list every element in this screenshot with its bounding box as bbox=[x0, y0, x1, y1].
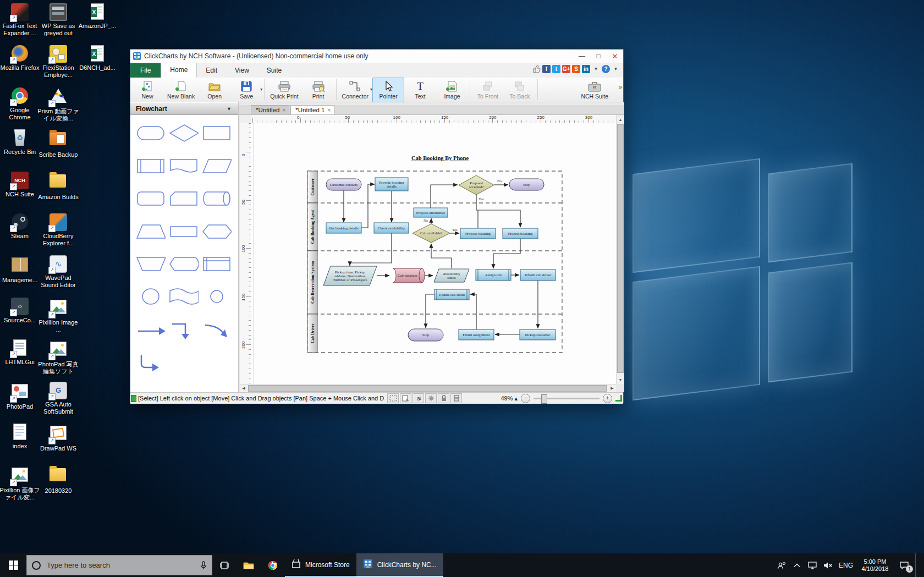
flowchart-node[interactable]: Check availability bbox=[374, 223, 409, 233]
flowchart-node[interactable]: Process booking bbox=[503, 228, 538, 239]
chevron-down-icon[interactable]: ▾ bbox=[592, 65, 600, 73]
zoom-slider[interactable] bbox=[534, 398, 600, 399]
facebook-icon[interactable]: f bbox=[542, 65, 551, 73]
file-explorer-button[interactable] bbox=[237, 553, 261, 577]
show-desktop-button[interactable] bbox=[915, 553, 919, 577]
shapes-panel-header[interactable]: Flowchart ▼ bbox=[130, 103, 238, 115]
marquee-select-icon[interactable] bbox=[387, 393, 399, 403]
vertical-scrollbar[interactable]: ▲ ▼ bbox=[616, 116, 624, 384]
desktop-icon[interactable]: ↗Pixillion 画像ファイル変... bbox=[0, 465, 41, 501]
desktop-icon[interactable]: ↗PhotoPad bbox=[0, 382, 41, 410]
desktop-icon[interactable]: XAmazonJP_... bbox=[76, 3, 118, 30]
quick-print-button[interactable]: Quick Print bbox=[266, 78, 302, 102]
flowchart-node[interactable]: Pickup time, Pickupaddress, Destination,… bbox=[323, 266, 377, 285]
text-button[interactable]: TText bbox=[404, 78, 436, 102]
flowchart-node[interactable]: Update cab status bbox=[435, 289, 469, 300]
new-button[interactable]: New bbox=[131, 78, 163, 102]
taskbar-clock[interactable]: 5:00 PM 4/10/2018 bbox=[857, 558, 893, 573]
connector[interactable] bbox=[493, 239, 520, 268]
shape-framed-rect[interactable] bbox=[202, 255, 232, 273]
zoom-level[interactable]: 49% bbox=[501, 395, 513, 402]
maximize-button[interactable]: □ bbox=[590, 50, 607, 63]
tray-chevron-up-icon[interactable] bbox=[790, 553, 804, 577]
menu-tab-view[interactable]: View bbox=[226, 64, 258, 78]
desktop-icon[interactable]: G↗GSA Auto SoftSubmit bbox=[37, 382, 79, 415]
flowchart-node[interactable]: Cab available? bbox=[413, 224, 450, 243]
stumbleupon-icon[interactable]: S bbox=[572, 65, 580, 73]
desktop-icon[interactable]: Amazon Builds bbox=[37, 172, 79, 201]
desktop-icon[interactable]: NCH↗NCH Suite bbox=[0, 172, 41, 198]
layout-icon[interactable] bbox=[450, 393, 462, 403]
desktop-icon[interactable]: ↗Mozilla Firefox bbox=[0, 45, 41, 72]
shape-arrow-elbow-down[interactable] bbox=[136, 355, 166, 373]
close-button[interactable]: ✕ bbox=[607, 50, 623, 63]
chevron-down-icon[interactable]: ▾ bbox=[260, 87, 262, 92]
shape-trapezoid-inv[interactable] bbox=[136, 255, 166, 273]
shape-arrow-curve[interactable] bbox=[202, 322, 232, 340]
help-icon[interactable]: ? bbox=[602, 65, 610, 73]
minimize-button[interactable]: — bbox=[574, 50, 590, 63]
connector[interactable] bbox=[361, 184, 375, 228]
connector[interactable] bbox=[470, 294, 476, 329]
search-input[interactable] bbox=[46, 560, 195, 570]
desktop-icon[interactable]: ↗Pixillion Image ... bbox=[37, 298, 79, 333]
tab-close-icon[interactable]: × bbox=[282, 107, 285, 113]
desktop-icon[interactable]: XD6NCH_ad... bbox=[76, 45, 118, 72]
desktop-icon[interactable]: ♻Recycle Bin bbox=[0, 129, 41, 156]
shape-parallelogram[interactable] bbox=[202, 157, 232, 175]
scroll-up-arrow[interactable]: ▲ bbox=[617, 116, 624, 124]
flowchart-node[interactable]: Customer contacts bbox=[326, 179, 361, 190]
desktop-icon[interactable]: ↗Prism 動画ファイル変換... bbox=[37, 87, 79, 122]
text-tool-icon[interactable]: a bbox=[413, 393, 424, 403]
pointer-button[interactable]: Pointer bbox=[372, 78, 404, 102]
flowchart-node[interactable]: Cab database bbox=[393, 268, 425, 283]
shape-ellipse[interactable] bbox=[136, 287, 166, 306]
shape-flag[interactable] bbox=[169, 287, 199, 306]
connector-button[interactable]: Connector▾ bbox=[338, 78, 372, 102]
shape-display[interactable] bbox=[169, 255, 199, 273]
taskbar-button-clickcharts[interactable]: ClickCharts by NC... bbox=[356, 553, 443, 577]
open-button[interactable]: Open bbox=[199, 78, 230, 102]
shape-rounded[interactable] bbox=[136, 189, 166, 208]
document-tab[interactable]: *Untitled× bbox=[251, 105, 289, 114]
nch-suite-button[interactable]: NCH Suite bbox=[577, 78, 612, 102]
desktop-icon[interactable]: WP Save as greyed out bbox=[37, 3, 79, 37]
shape-arrow-elbow[interactable] bbox=[169, 322, 199, 340]
desktop-icon[interactable]: Scribe Backup bbox=[37, 129, 79, 158]
linkedin-icon[interactable]: in bbox=[582, 65, 590, 73]
shape-arrow-straight[interactable] bbox=[136, 322, 166, 340]
save-button[interactable]: Save▾ bbox=[230, 78, 262, 102]
menu-tab-edit[interactable]: Edit bbox=[197, 64, 226, 78]
flowchart-node[interactable]: Availabilitystatus bbox=[434, 269, 469, 282]
desktop-icon[interactable]: ↗Google Chrome bbox=[0, 87, 41, 121]
flowchart-node[interactable]: Pickup customer bbox=[520, 329, 556, 340]
shape-trapezoid[interactable] bbox=[136, 222, 166, 241]
menu-tab-home[interactable]: Home bbox=[161, 63, 197, 78]
zoom-slider-thumb[interactable] bbox=[541, 394, 547, 404]
language-indicator[interactable]: ENG bbox=[836, 553, 856, 577]
flowchart-node[interactable]: Propose booking bbox=[460, 228, 496, 239]
desktop-icon[interactable]: ↗Steam bbox=[0, 213, 41, 240]
desktop-icon[interactable]: ↗FastFox Text Expander ... bbox=[0, 3, 41, 37]
shape-hexagon[interactable] bbox=[202, 222, 232, 241]
start-button[interactable] bbox=[0, 553, 26, 577]
zoom-out-button[interactable]: − bbox=[521, 394, 530, 403]
print-button[interactable]: Print bbox=[302, 78, 334, 102]
taskbar-button-store[interactable]: Microsoft Store bbox=[285, 553, 356, 577]
titlebar[interactable]: ClickCharts by NCH Software - (Unlicense… bbox=[130, 50, 623, 63]
connector[interactable] bbox=[350, 233, 392, 266]
flowchart-node[interactable]: Get booking details bbox=[326, 223, 361, 233]
scroll-down-arrow[interactable]: ▼ bbox=[617, 376, 624, 384]
chevron-down-icon[interactable]: ▾ bbox=[612, 65, 620, 73]
people-icon[interactable] bbox=[774, 553, 789, 577]
zoom-caret-icon[interactable]: ▴ bbox=[514, 395, 518, 402]
volume-muted-icon[interactable] bbox=[821, 553, 835, 577]
flowchart-node[interactable]: Assign cab bbox=[476, 270, 511, 281]
desktop-icon[interactable]: ↗DrawPad WS bbox=[37, 424, 79, 452]
scroll-left-arrow[interactable]: ◀ bbox=[240, 384, 248, 392]
shape-card[interactable] bbox=[169, 189, 199, 208]
action-center-icon[interactable]: 1 bbox=[894, 553, 914, 577]
desktop-icon[interactable]: index bbox=[0, 424, 41, 450]
taskbar-search[interactable] bbox=[26, 555, 212, 575]
new-blank-button[interactable]: New Blank bbox=[163, 78, 199, 102]
